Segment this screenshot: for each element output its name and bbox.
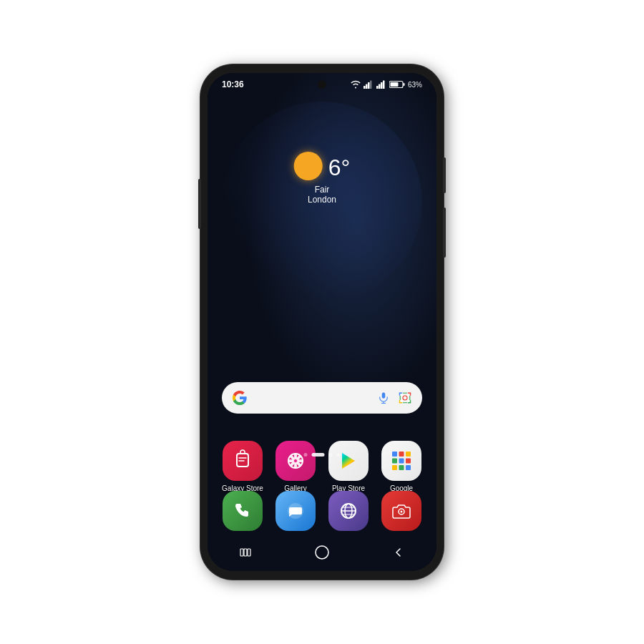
page-dot-3[interactable] (329, 453, 333, 457)
nav-bar (208, 540, 436, 565)
phone-app-icon (223, 491, 263, 531)
status-icons: 63% (351, 80, 422, 89)
svg-point-27 (298, 459, 303, 462)
svg-rect-37 (406, 459, 411, 464)
recents-button[interactable] (233, 544, 258, 561)
app-grid: Galaxy Store (219, 441, 425, 492)
svg-point-24 (294, 453, 297, 459)
battery-icon (389, 80, 405, 89)
app-item-galaxy-store[interactable]: Galaxy Store (219, 441, 266, 492)
svg-point-15 (403, 396, 407, 400)
galaxy-store-icon (223, 441, 263, 481)
google-search-bar[interactable] (222, 382, 422, 414)
weather-sun-icon (294, 152, 323, 180)
page-dots (304, 453, 341, 457)
dock-item-camera[interactable] (378, 491, 425, 531)
svg-rect-34 (406, 452, 411, 457)
power-button[interactable] (443, 157, 446, 193)
search-right-icons (376, 391, 412, 405)
status-time: 10:36 (222, 79, 244, 89)
app-item-play-store[interactable]: Play Store (325, 441, 372, 492)
volume-up-button[interactable] (443, 208, 446, 258)
google-icon (381, 441, 421, 481)
svg-rect-0 (364, 86, 366, 89)
mic-icon[interactable] (376, 391, 391, 405)
svg-rect-10 (390, 82, 398, 87)
google-lens-icon[interactable] (398, 391, 412, 405)
svg-rect-1 (366, 84, 368, 89)
svg-rect-33 (399, 452, 404, 457)
svg-rect-9 (403, 83, 404, 86)
dock-item-phone[interactable] (219, 491, 266, 531)
svg-rect-5 (379, 84, 381, 89)
svg-rect-11 (382, 393, 386, 399)
camera-notch (318, 80, 326, 89)
phone-screen: 10:36 (208, 73, 436, 571)
svg-point-52 (316, 546, 328, 559)
svg-rect-20 (237, 454, 248, 467)
signal-icon (364, 80, 374, 89)
svg-rect-49 (240, 549, 243, 556)
lte-signal-icon (376, 80, 386, 89)
svg-point-23 (294, 459, 297, 462)
dock-item-messages[interactable] (272, 491, 319, 531)
internet-app-icon (328, 491, 369, 531)
svg-rect-40 (406, 465, 411, 470)
volume-down-button[interactable] (198, 179, 201, 229)
svg-point-26 (288, 459, 293, 462)
gallery-icon (275, 441, 316, 481)
camera-app-icon (381, 491, 421, 531)
svg-rect-3 (370, 81, 372, 89)
svg-rect-38 (392, 465, 397, 470)
app-item-gallery[interactable]: Gallery (272, 441, 319, 492)
home-button[interactable] (309, 544, 335, 561)
phone-frame: 10:36 (200, 64, 444, 580)
weather-widget[interactable]: 6° Fair London (294, 152, 351, 205)
svg-rect-50 (244, 549, 247, 556)
svg-point-25 (294, 463, 297, 469)
messages-app-icon (275, 491, 316, 531)
svg-rect-35 (392, 459, 397, 464)
page-dot-2[interactable] (312, 453, 325, 457)
app-item-google[interactable]: Google (378, 441, 425, 492)
play-store-icon (328, 441, 369, 481)
wifi-icon (351, 80, 361, 89)
page-dot-1[interactable] (304, 453, 308, 457)
dock-item-internet[interactable] (325, 491, 372, 531)
google-g-logo (232, 390, 248, 406)
battery-percent: 63% (408, 81, 422, 89)
svg-rect-32 (392, 452, 397, 457)
weather-condition: Fair (294, 185, 351, 195)
weather-temperature: 6° (328, 155, 351, 181)
svg-rect-51 (248, 549, 250, 556)
weather-city: London (294, 195, 351, 205)
dock (219, 491, 425, 531)
page-dot-4[interactable] (337, 453, 341, 457)
svg-rect-7 (383, 81, 385, 89)
back-button[interactable] (386, 544, 411, 561)
svg-rect-6 (381, 82, 383, 89)
svg-point-48 (401, 511, 403, 513)
svg-rect-39 (399, 465, 404, 470)
svg-rect-2 (368, 82, 370, 89)
svg-rect-36 (399, 459, 404, 464)
svg-rect-4 (376, 86, 379, 89)
